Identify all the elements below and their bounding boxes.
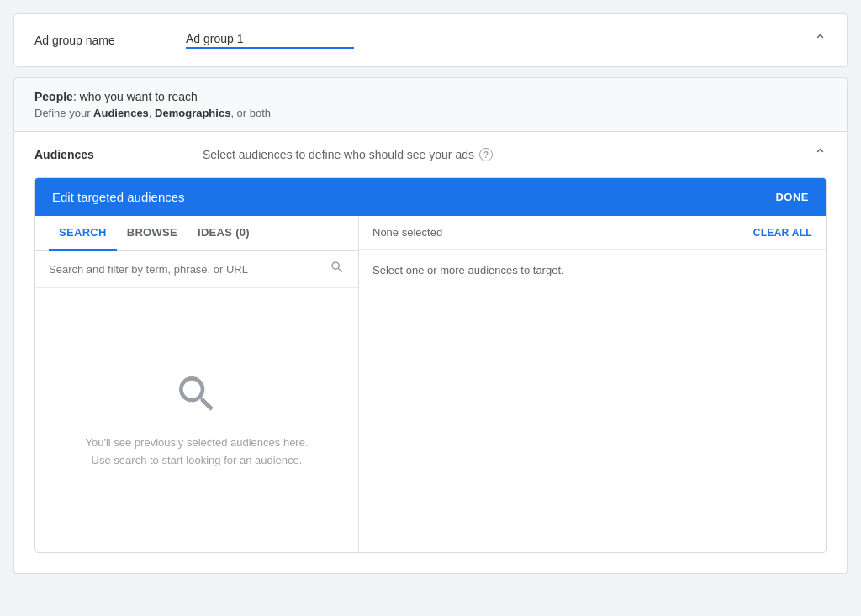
audiences-bold: Audiences (93, 107, 149, 119)
empty-line2: Use search to start looking for an audie… (85, 452, 308, 470)
audiences-collapse-icon[interactable]: ⌃ (814, 145, 827, 164)
edit-audiences-box: Edit targeted audiences DONE SEARCH BROW… (34, 177, 827, 553)
edit-header-title: Edit targeted audiences (52, 190, 185, 204)
done-button[interactable]: DONE (775, 191, 809, 203)
empty-search-icon (173, 371, 220, 418)
ad-group-input-area (186, 32, 814, 49)
right-panel: None selected CLEAR ALL Select one or mo… (359, 216, 826, 552)
ad-group-label: Ad group name (34, 34, 186, 47)
empty-state: You'll see previously selected audiences… (35, 288, 358, 552)
tab-browse[interactable]: BROWSE (117, 216, 188, 251)
help-icon[interactable]: ? (479, 148, 493, 161)
audiences-header: Audiences Select audiences to define who… (14, 132, 847, 177)
people-sub-prefix: Define your (34, 107, 93, 119)
audiences-subtitle: Select audiences to define who should se… (203, 148, 814, 161)
audiences-subtitle-text: Select audiences to define who should se… (203, 148, 474, 161)
search-icon (330, 260, 345, 279)
audience-search-input[interactable] (49, 263, 330, 276)
tab-search[interactable]: SEARCH (49, 216, 117, 251)
right-body: Select one or more audiences to target. (359, 250, 826, 552)
tab-ideas[interactable]: IDEAS (0) (188, 216, 260, 251)
search-row (35, 251, 358, 288)
empty-line1: You'll see previously selected audiences… (85, 434, 308, 452)
demographics-bold: Demographics (155, 107, 230, 119)
left-panel: SEARCH BROWSE IDEAS (0) (35, 216, 359, 552)
audiences-section-title: Audiences (34, 148, 203, 161)
ad-group-card: Ad group name ⌃ (13, 13, 848, 67)
none-selected-label: None selected (372, 226, 442, 239)
people-title: People: who you want to reach (34, 90, 827, 103)
people-bold: People (34, 90, 73, 103)
audiences-card: Audiences Select audiences to define who… (13, 132, 848, 574)
page-wrapper: Ad group name ⌃ People: who you want to … (13, 13, 848, 574)
people-sub-sep: , (149, 107, 155, 119)
people-subtitle: Define your Audiences, Demographics, or … (34, 107, 827, 119)
people-section: People: who you want to reach Define you… (13, 77, 848, 132)
people-title-rest: : who you want to reach (73, 90, 198, 103)
tabs-row: SEARCH BROWSE IDEAS (0) (35, 216, 358, 251)
select-hint: Select one or more audiences to target. (372, 264, 564, 276)
empty-text: You'll see previously selected audiences… (85, 434, 308, 470)
clear-all-button[interactable]: CLEAR ALL (753, 227, 812, 239)
right-header: None selected CLEAR ALL (359, 216, 826, 250)
edit-header: Edit targeted audiences DONE (35, 178, 826, 216)
edit-body: SEARCH BROWSE IDEAS (0) (35, 216, 826, 552)
people-sub-suffix: , or both (230, 107, 271, 119)
ad-group-name-input[interactable] (186, 32, 354, 49)
ad-group-collapse-icon[interactable]: ⌃ (814, 31, 827, 50)
